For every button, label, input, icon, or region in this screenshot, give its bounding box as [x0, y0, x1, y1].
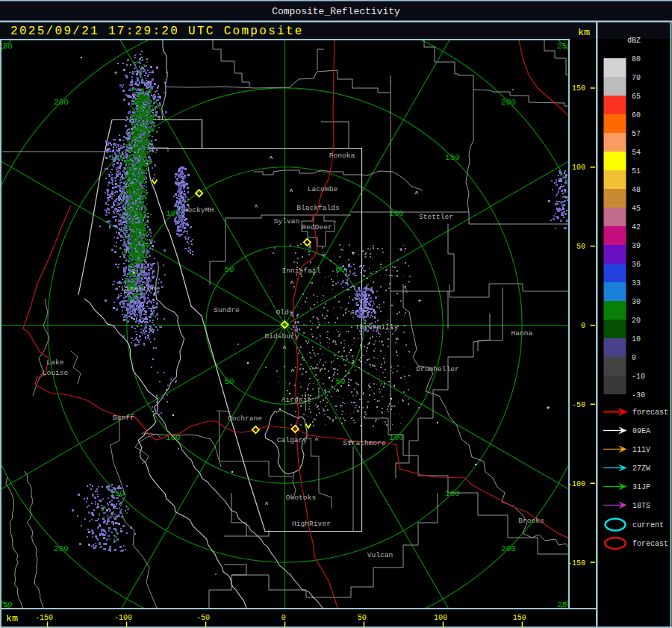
svg-text:57: 57	[632, 130, 641, 138]
svg-text:-10: -10	[632, 373, 645, 381]
svg-text:^: ^	[290, 280, 293, 287]
svg-text:Lacombe: Lacombe	[308, 185, 338, 193]
svg-text:^: ^	[289, 188, 293, 196]
svg-text:20: 20	[632, 317, 641, 325]
svg-text:2025/09/21 17:29:20 UTC Compos: 2025/09/21 17:29:20 UTC Composite	[10, 25, 304, 38]
svg-text:111V: 111V	[632, 446, 650, 454]
svg-text:250: 250	[0, 42, 13, 51]
svg-text:54: 54	[632, 149, 641, 157]
svg-text:^: ^	[290, 368, 294, 376]
svg-text:Drumheller: Drumheller	[416, 365, 459, 373]
svg-text:Brooks: Brooks	[518, 517, 544, 525]
svg-text:^: ^	[269, 155, 273, 163]
svg-text:09EA: 09EA	[632, 427, 650, 435]
svg-text:Limestone: Limestone	[122, 285, 161, 293]
svg-text:-150: -150	[567, 559, 585, 568]
svg-text:Olds: Olds	[276, 308, 293, 317]
svg-text:Ponoka: Ponoka	[329, 152, 355, 160]
svg-text:50: 50	[224, 377, 234, 386]
svg-text:^: ^	[314, 437, 318, 444]
svg-text:Sylvan: Sylvan	[274, 217, 300, 226]
svg-text:70: 70	[632, 74, 641, 82]
svg-text:200: 200	[501, 544, 516, 553]
svg-text:forecast: forecast	[632, 408, 668, 417]
svg-text:51: 51	[632, 167, 641, 175]
svg-text:^: ^	[335, 388, 339, 396]
svg-text:45: 45	[632, 205, 641, 213]
svg-text:Innisfail: Innisfail	[282, 267, 321, 275]
svg-text:*: *	[351, 251, 356, 260]
svg-text:Cochrane: Cochrane	[228, 414, 262, 423]
svg-text:RockyMH: RockyMH	[184, 206, 214, 214]
svg-text:150: 150	[513, 614, 526, 622]
svg-text:^: ^	[264, 501, 268, 509]
svg-text:50: 50	[335, 377, 345, 386]
svg-text:-150: -150	[35, 614, 53, 622]
svg-text:Okotoks: Okotoks	[286, 494, 316, 502]
svg-text:*: *	[131, 270, 137, 279]
svg-text:65: 65	[632, 93, 641, 101]
svg-text:Didsbury: Didsbury	[264, 332, 299, 341]
svg-text:dBZ: dBZ	[627, 37, 641, 45]
svg-text:18TS: 18TS	[632, 502, 650, 510]
svg-text:30: 30	[632, 298, 641, 306]
svg-text:Lake: Lake	[46, 358, 63, 367]
svg-text:Louise: Louise	[43, 369, 69, 377]
svg-text:*: *	[546, 405, 551, 414]
svg-text:50: 50	[358, 614, 367, 622]
svg-text:Calgary: Calgary	[277, 436, 308, 444]
svg-text:+: +	[417, 298, 421, 305]
svg-text:48: 48	[632, 186, 641, 194]
svg-text:-100: -100	[114, 614, 132, 622]
svg-text:forecast: forecast	[632, 540, 668, 548]
svg-text:Composite_Reflectivity: Composite_Reflectivity	[272, 6, 400, 17]
svg-text:+: +	[113, 70, 117, 78]
svg-text:0: 0	[281, 614, 286, 622]
svg-text:Vulcan: Vulcan	[367, 551, 393, 559]
svg-text:42: 42	[632, 223, 641, 231]
svg-text:-100: -100	[567, 480, 585, 488]
svg-text:Sundre: Sundre	[214, 306, 240, 314]
svg-text:^: ^	[414, 190, 418, 198]
svg-text:150: 150	[445, 153, 460, 162]
svg-text:Stettler: Stettler	[419, 213, 453, 221]
svg-text:0: 0	[632, 354, 636, 362]
svg-text:36: 36	[632, 261, 641, 269]
svg-text:27ZW: 27ZW	[632, 464, 650, 473]
svg-text:Hanna: Hanna	[511, 329, 533, 338]
svg-text:^: ^	[349, 440, 352, 447]
svg-text:0: 0	[581, 322, 585, 330]
svg-text:200: 200	[54, 98, 69, 107]
svg-text:^: ^	[308, 245, 311, 252]
svg-text:Banff: Banff	[113, 414, 134, 422]
svg-text:km: km	[6, 613, 18, 624]
svg-text:200: 200	[54, 544, 69, 553]
svg-text:current: current	[632, 521, 664, 529]
svg-text:80: 80	[632, 55, 641, 63]
svg-text:km: km	[578, 27, 590, 38]
svg-text:ThreeHills: ThreeHills	[355, 323, 399, 332]
svg-text:HighRiver: HighRiver	[292, 520, 331, 528]
svg-text:50: 50	[576, 243, 585, 251]
svg-text:RedDeer: RedDeer	[302, 223, 332, 231]
svg-text:Blackfalds: Blackfalds	[296, 204, 340, 212]
svg-text:10: 10	[632, 335, 641, 343]
svg-text:150: 150	[445, 489, 460, 498]
svg-text:Airdrie: Airdrie	[281, 396, 312, 404]
svg-text:100: 100	[572, 164, 585, 172]
svg-text:-30: -30	[632, 391, 645, 400]
svg-text:50: 50	[224, 265, 234, 274]
svg-text:31JP: 31JP	[632, 483, 650, 491]
svg-text:39: 39	[632, 242, 641, 250]
svg-text:200: 200	[501, 98, 516, 107]
svg-text:-50: -50	[196, 614, 210, 622]
svg-text:33: 33	[632, 279, 641, 287]
svg-text:150: 150	[572, 84, 585, 93]
svg-text:100: 100	[434, 614, 447, 622]
svg-text:^: ^	[254, 204, 258, 211]
svg-text:^: ^	[282, 345, 286, 352]
svg-text:-50: -50	[572, 401, 585, 409]
svg-text:60: 60	[632, 111, 641, 119]
svg-text:100: 100	[389, 209, 404, 218]
